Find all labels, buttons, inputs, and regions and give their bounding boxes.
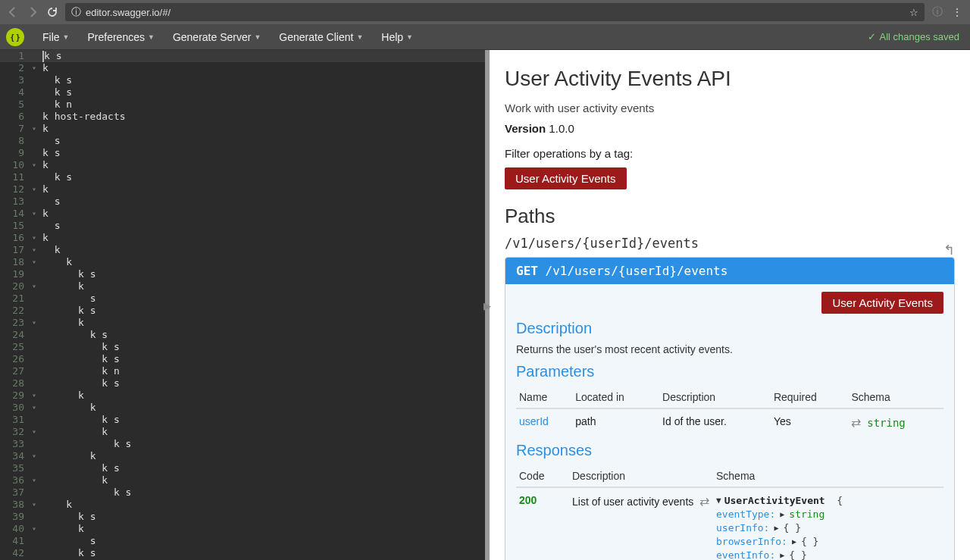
editor-line[interactable]: 7▾k [0, 123, 485, 135]
editor-line[interactable]: 33 k s [0, 438, 485, 450]
info-icon[interactable]: ⓘ [71, 5, 81, 19]
editor-line[interactable]: 14▾k [0, 208, 485, 220]
th-req: Required [771, 386, 849, 408]
fold-icon[interactable]: ▾ [32, 232, 42, 244]
star-icon[interactable]: ☆ [909, 7, 918, 18]
response-schema: ▼UserActivityEvent { eventType: ▶ string… [716, 494, 940, 560]
editor-line[interactable]: 29▾ k [0, 389, 485, 402]
collapse-right-icon[interactable]: ▸ [483, 296, 491, 314]
editor-line[interactable]: 6k host-redacts [0, 111, 485, 123]
expand-icon[interactable]: ▶ [780, 508, 784, 521]
swap-icon[interactable]: ⇄ [851, 416, 861, 429]
editor-line[interactable]: 35 k s [0, 462, 485, 474]
fold-icon[interactable]: ▾ [32, 62, 42, 74]
fold-icon[interactable]: ▾ [32, 499, 42, 511]
operation-tag-button[interactable]: User Activity Events [821, 292, 943, 314]
fold-icon[interactable]: ▾ [32, 159, 42, 171]
editor-line[interactable]: 31 k s [0, 414, 485, 426]
editor-line[interactable]: 21 s [0, 293, 485, 305]
fold-icon[interactable]: ▾ [32, 123, 42, 135]
fold-icon[interactable]: ▾ [32, 208, 42, 220]
expand-icon[interactable]: ▶ [792, 535, 796, 549]
fold-icon[interactable]: ▾ [32, 450, 42, 462]
menu-generate-server[interactable]: Generate Server▼ [164, 27, 270, 48]
swagger-logo-icon[interactable] [6, 28, 24, 46]
filter-label: Filter operations by a tag: [505, 147, 955, 160]
swagger-doc-pane: User Activity Events API Work with user … [490, 50, 970, 560]
save-status: ✓ All changes saved [868, 31, 964, 42]
editor-line[interactable]: 9k s [0, 147, 485, 159]
menu-generate-client[interactable]: Generate Client▼ [270, 27, 372, 48]
reload-icon[interactable] [45, 5, 59, 19]
fold-icon[interactable]: ▾ [32, 426, 42, 438]
editor-line[interactable]: 18▾ k [0, 256, 485, 268]
expand-icon[interactable]: ▼ [716, 494, 721, 508]
editor-line[interactable]: 4 k s [0, 86, 485, 99]
editor-line[interactable]: 8 s [0, 135, 485, 147]
editor-line[interactable]: 1k s [0, 50, 485, 62]
expand-icon[interactable]: ▶ [780, 549, 784, 560]
editor-line[interactable]: 36▾ k [0, 474, 485, 486]
responses-table: Code Description Schema 200 List of user… [516, 465, 943, 560]
fold-icon[interactable]: ▾ [32, 256, 42, 268]
editor-line[interactable]: 12▾k [0, 183, 485, 196]
editor-line[interactable]: 38▾ k [0, 499, 485, 511]
fold-icon[interactable]: ▾ [32, 244, 42, 256]
editor-line[interactable]: 28 k s [0, 377, 485, 389]
param-name[interactable]: userId [516, 408, 572, 436]
editor-line[interactable]: 41 s [0, 535, 485, 547]
fold-icon[interactable]: ▾ [32, 280, 42, 293]
fold-icon[interactable]: ▾ [32, 183, 42, 196]
editor-line[interactable]: 27 k n [0, 365, 485, 377]
editor-line[interactable]: 37 k s [0, 486, 485, 499]
editor-line[interactable]: 13 s [0, 196, 485, 208]
editor-line[interactable]: 23▾ k [0, 317, 485, 329]
page-info-icon[interactable]: ⓘ [931, 5, 944, 19]
fold-icon[interactable]: ▾ [32, 317, 42, 329]
fold-icon[interactable]: ▾ [32, 402, 42, 414]
editor-line[interactable]: 15 s [0, 220, 485, 232]
param-located: path [572, 408, 659, 436]
editor-line[interactable]: 19 k s [0, 268, 485, 280]
editor-line[interactable]: 20▾ k [0, 280, 485, 293]
editor-line[interactable]: 26 k s [0, 353, 485, 365]
editor-line[interactable]: 42 k s [0, 547, 485, 559]
editor-line[interactable]: 32▾ k [0, 426, 485, 438]
swap-icon[interactable]: ⇄ [699, 495, 709, 508]
collapse-path-icon[interactable]: ↰ [943, 242, 955, 258]
editor-line[interactable]: 22 k s [0, 305, 485, 317]
forward-icon[interactable] [26, 5, 39, 19]
menu-preferences[interactable]: Preferences▼ [78, 27, 163, 48]
yaml-editor[interactable]: 1k s2▾k3 k s4 k s5 k n6k host-redacts7▾k… [0, 50, 485, 560]
editor-line[interactable]: 5 k n [0, 99, 485, 111]
fold-icon[interactable]: ▾ [32, 389, 42, 402]
address-bar[interactable]: ⓘ editor.swagger.io/#/ ☆ [65, 3, 925, 21]
menu-help[interactable]: Help▼ [372, 27, 422, 48]
pane-resize-handle[interactable]: ▸ [485, 50, 490, 560]
fold-icon[interactable]: ▾ [32, 474, 42, 486]
editor-line[interactable]: 16▾k [0, 232, 485, 244]
th-located: Located in [572, 386, 659, 408]
editor-line[interactable]: 17▾ k [0, 244, 485, 256]
editor-line[interactable]: 40▾ k [0, 523, 485, 535]
tag-filter-button[interactable]: User Activity Events [505, 167, 627, 189]
editor-line[interactable]: 2▾k [0, 62, 485, 74]
th-name: Name [516, 386, 572, 408]
api-version: Version 1.0.0 [505, 122, 955, 135]
editor-line[interactable]: 34▾ k [0, 450, 485, 462]
operation-header[interactable]: GET /v1/users/{userId}/events [505, 258, 954, 284]
editor-line[interactable]: 30▾ k [0, 402, 485, 414]
editor-line[interactable]: 25 k s [0, 341, 485, 353]
back-icon[interactable] [6, 5, 20, 19]
editor-line[interactable]: 3 k s [0, 74, 485, 86]
fold-icon[interactable]: ▾ [32, 523, 42, 535]
menu-icon[interactable]: ⋮ [950, 5, 964, 19]
expand-icon[interactable]: ▶ [774, 521, 778, 535]
editor-line[interactable]: 11 k s [0, 171, 485, 183]
editor-line[interactable]: 10▾k [0, 159, 485, 171]
fold-icon [32, 414, 42, 426]
th-desc: Description [659, 386, 771, 408]
editor-line[interactable]: 39 k s [0, 511, 485, 523]
menu-file[interactable]: File▼ [33, 27, 78, 48]
editor-line[interactable]: 24 k s [0, 329, 485, 341]
